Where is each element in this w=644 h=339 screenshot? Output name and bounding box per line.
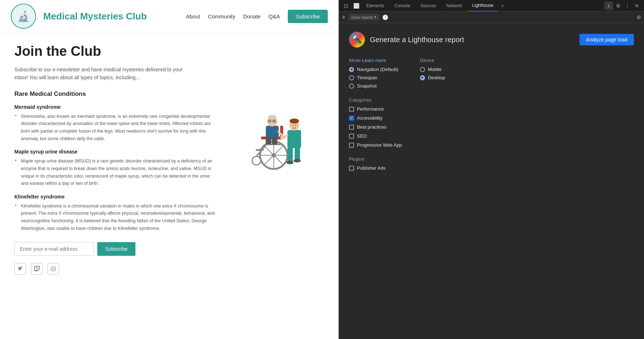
svg-point-32: [295, 125, 296, 126]
hero-image: [223, 90, 324, 275]
badge-icon[interactable]: 1: [604, 1, 613, 10]
mode-navigation-radio[interactable]: [349, 67, 354, 72]
seo-checkbox[interactable]: [349, 134, 354, 139]
add-report-button[interactable]: +: [342, 14, 346, 21]
device-desktop-label: Desktop: [428, 75, 445, 80]
mode-navigation[interactable]: Navigation (Default): [349, 67, 398, 72]
tab-console[interactable]: Console: [390, 0, 415, 12]
svg-rect-27: [272, 137, 277, 144]
mode-device-section: Mode Learn more Navigation (Default) Tim…: [349, 58, 634, 89]
inspect-icon[interactable]: ⊡: [342, 1, 350, 10]
device-desktop-radio[interactable]: [420, 75, 425, 80]
tab-sources[interactable]: Sources: [416, 0, 440, 12]
mode-timespan-label: Timespan: [357, 75, 377, 80]
publisher-ads-label: Publisher Ads: [357, 165, 386, 171]
categories-label: Categories: [349, 97, 634, 103]
site-navigation: 🔬 Medical Mysteries Club About Community…: [0, 0, 339, 33]
condition-mermaid-title: Mermaid syndrome: [14, 104, 216, 110]
svg-point-37: [286, 161, 294, 164]
report-selector[interactable]: (new report) ▾: [349, 14, 379, 21]
email-input[interactable]: [14, 242, 94, 256]
instagram-icon[interactable]: [48, 263, 59, 275]
content-with-image: Rare Medical Conditions Mermaid syndrome…: [14, 90, 324, 275]
svg-rect-17: [266, 126, 279, 138]
svg-point-38: [294, 159, 301, 162]
svg-point-9: [252, 156, 261, 165]
performance-checkbox[interactable]: [349, 107, 354, 112]
performance-label: Performance: [357, 106, 384, 112]
condition-klinefelter-text: Klinefelter syndrome is a chromosomal va…: [14, 202, 216, 232]
analyze-page-load-button[interactable]: Analyze page load: [580, 34, 634, 45]
mode-section: Mode Learn more Navigation (Default) Tim…: [349, 58, 398, 89]
device-icon[interactable]: ⬜: [352, 1, 361, 10]
device-section: Device Mobile Desktop: [420, 58, 445, 89]
category-performance[interactable]: Performance: [349, 106, 634, 112]
tab-network[interactable]: Network: [442, 0, 466, 12]
mode-snapshot-radio[interactable]: [349, 84, 354, 89]
best-practices-label: Best practices: [357, 124, 386, 130]
svg-point-34: [280, 136, 284, 139]
nav-subscribe-button[interactable]: Subscribe: [288, 10, 328, 23]
intro-text: Subscribe to our e-newsletter and have m…: [14, 66, 194, 82]
pwa-checkbox[interactable]: [349, 143, 354, 148]
svg-point-30: [290, 119, 299, 124]
social-icons: [14, 263, 216, 275]
svg-rect-36: [295, 147, 300, 160]
svg-point-2: [54, 267, 55, 268]
condition-klinefelter-title: Klinefelter syndrome: [14, 194, 216, 200]
best-practices-checkbox[interactable]: [349, 125, 354, 130]
category-pwa[interactable]: Progressive Web App: [349, 142, 634, 148]
device-desktop[interactable]: Desktop: [420, 75, 445, 80]
twitter-icon[interactable]: [14, 263, 26, 275]
devtools-right-icons: 1 ⚙ ⋮ ✕: [604, 1, 641, 10]
plugins-label: Plugins: [349, 156, 634, 162]
seo-label: SEO: [357, 133, 367, 139]
page-title: Join the Club: [14, 44, 324, 59]
learn-more-link[interactable]: Learn more: [362, 58, 386, 63]
nav-about[interactable]: About: [186, 13, 200, 19]
form-subscribe-button[interactable]: Subscribe: [97, 242, 135, 256]
accessibility-checkbox[interactable]: [349, 116, 354, 121]
plugin-publisher-ads[interactable]: Publisher Ads: [349, 165, 634, 171]
more-options-icon[interactable]: ⋮: [623, 1, 632, 10]
svg-rect-0: [51, 267, 55, 271]
mode-snapshot[interactable]: Snapshot: [349, 83, 398, 89]
category-best-practices[interactable]: Best practices: [349, 124, 634, 130]
plugins-section: Plugins Publisher Ads: [349, 156, 634, 171]
category-seo[interactable]: SEO: [349, 133, 634, 139]
device-mobile-radio[interactable]: [420, 67, 425, 72]
category-accessibility[interactable]: Accessibility: [349, 115, 634, 121]
nav-qa[interactable]: Q&A: [269, 13, 280, 19]
device-mobile[interactable]: Mobile: [420, 67, 445, 72]
tab-lighthouse[interactable]: Lighthouse: [468, 0, 498, 12]
devtools-settings-icon[interactable]: ⚙: [636, 14, 641, 20]
dropdown-arrow: ▾: [374, 15, 376, 19]
mode-timespan-radio[interactable]: [349, 75, 354, 80]
condition-maple-text: Maple syrup urine disease (MSUD) is a ra…: [14, 157, 216, 187]
more-tabs-button[interactable]: »: [499, 3, 506, 8]
mode-label: Mode Learn more: [349, 58, 398, 63]
tab-elements[interactable]: Elements: [362, 0, 389, 12]
publisher-ads-checkbox[interactable]: [349, 166, 354, 171]
device-radio-group: Mobile Desktop: [420, 67, 445, 80]
close-devtools-icon[interactable]: ✕: [632, 1, 641, 10]
nav-community[interactable]: Community: [208, 13, 235, 19]
history-icon[interactable]: 🕐: [382, 14, 388, 20]
mode-navigation-label: Navigation (Default): [357, 67, 398, 72]
site-logo: 🔬: [11, 4, 36, 29]
text-section: Rare Medical Conditions Mermaid syndrome…: [14, 90, 216, 275]
lighthouse-panel: 🔦 Generate a Lighthouse report Analyze p…: [339, 23, 644, 339]
device-label: Device: [420, 58, 445, 63]
svg-rect-26: [266, 137, 271, 144]
mode-timespan[interactable]: Timespan: [349, 75, 398, 80]
lighthouse-title-area: 🔦 Generate a Lighthouse report: [349, 32, 464, 48]
condition-mermaid-text: Sirenomelia, also known as mermaid syndr…: [14, 113, 216, 143]
lighthouse-header: 🔦 Generate a Lighthouse report Analyze p…: [349, 32, 634, 48]
subscribe-form: Subscribe: [14, 242, 216, 256]
svg-point-1: [52, 268, 54, 270]
site-content: Join the Club Subscribe to our e-newslet…: [0, 33, 339, 285]
site-links: About Community Donate Q&A Subscribe: [186, 10, 328, 23]
twitch-icon[interactable]: [31, 263, 43, 275]
settings-icon[interactable]: ⚙: [614, 1, 622, 10]
nav-donate[interactable]: Donate: [243, 13, 260, 19]
